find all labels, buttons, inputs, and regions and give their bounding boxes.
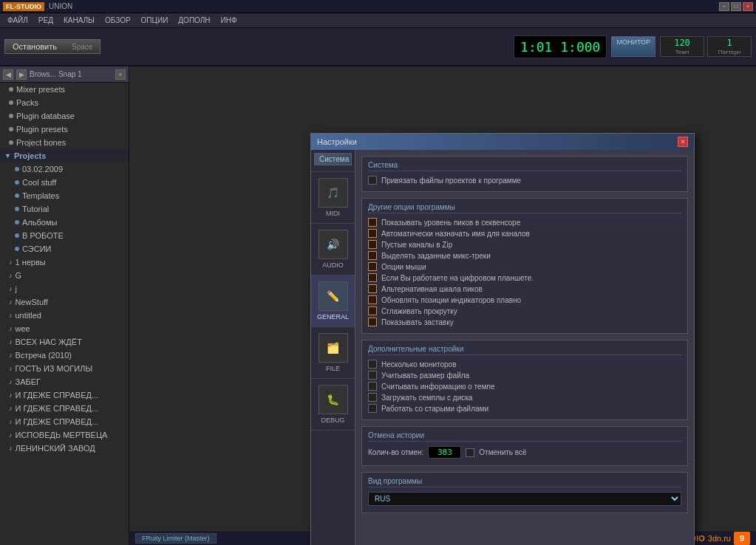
cb-mouse-options[interactable]: [368, 262, 377, 271]
row-peak-levels: Показывать уровень пиков в секвенсоре: [368, 218, 681, 227]
row-old-files: Работать со старыми файлами: [368, 404, 681, 413]
cb-multi-monitor[interactable]: [368, 360, 377, 369]
menu-file[interactable]: ФАЙЛ: [3, 15, 33, 26]
folder-icon: [9, 87, 13, 92]
sidebar-item-ispoved[interactable]: ♪ИСПОВЕДЬ МЕРТВЕЦА: [0, 428, 129, 442]
row-highlight-mix: Выделять заданные микс-треки: [368, 251, 681, 260]
sidebar-item-igdezhe2[interactable]: ♪И ГДЕЖЕ СПРАВЕД...: [0, 402, 129, 415]
tab-system[interactable]: Система: [314, 153, 352, 165]
history-settings-group: Отмена истории Колич-во отмен: 383 Отмен…: [361, 426, 688, 466]
sidebar-item-cool-stuff[interactable]: Cool stuff: [0, 176, 129, 189]
audio-icon: 🔊: [319, 230, 348, 259]
sidebar-item-templates[interactable]: Templates: [0, 189, 129, 202]
sidebar-item-albums[interactable]: Альбомы: [0, 216, 129, 229]
sidebar-close[interactable]: ×: [115, 69, 126, 80]
sidebar-item-tutorial[interactable]: Tutorial: [0, 202, 129, 216]
undo-count-label: Колич-во отмен:: [368, 448, 423, 456]
sidebar-item-igdezhe3[interactable]: ♪И ГДЕЖЕ СПРАВЕД...: [0, 415, 129, 428]
sidebar-item-untitled[interactable]: ♪untitled: [0, 309, 129, 322]
tab-debug[interactable]: 🐛 DEBUG: [311, 379, 355, 431]
stop-button[interactable]: Остановить Space: [4, 39, 101, 54]
sidebar-item-packs[interactable]: Packs: [0, 96, 129, 109]
sidebar-item-gost[interactable]: ♪ГОСТЬ ИЗ МОГИЛЫ: [0, 362, 129, 375]
sidebar-item-plugin-db[interactable]: Plugin database: [0, 109, 129, 123]
sidebar-item-newstuff[interactable]: ♪NewStuff: [0, 295, 129, 309]
sidebar-item-projects[interactable]: ▼Projects: [0, 149, 129, 162]
sidebar-item-vrobot[interactable]: В РОБОТЕ: [0, 229, 129, 242]
menu-channels[interactable]: КАНАЛЫ: [59, 15, 99, 26]
sidebar-item-g[interactable]: ♪G: [0, 269, 129, 282]
sidebar-item-mixer-presets[interactable]: Mixer presets: [0, 83, 129, 96]
row-tempo-info: Считывать информацию о темпе: [368, 382, 681, 391]
sidebar-item-plugin-presets[interactable]: Plugin presets: [0, 123, 129, 136]
row-load-samples: Загружать семплы с диска: [368, 393, 681, 402]
sidebar-item-date[interactable]: 03.02.2009: [0, 162, 129, 176]
cb-alt-scale[interactable]: [368, 284, 377, 293]
fruity-limiter-button[interactable]: FRuity Limiter (Master): [135, 533, 217, 544]
additional-settings-group: Дополнительные настройки Несколько монит…: [361, 340, 688, 420]
cb-peak-levels[interactable]: [368, 218, 377, 227]
title-controls: − □ ×: [719, 2, 753, 11]
transport-display: 1:01 1:000: [514, 35, 607, 58]
dialog-content: Система Привязать файлы проектов к прогр…: [355, 150, 694, 545]
folder-icon: [15, 193, 19, 198]
cb-auto-name[interactable]: [368, 229, 377, 238]
cb-old-files[interactable]: [368, 404, 377, 413]
settings-dialog: Настройки × Система 🎵 MIDI 🔊 AUD: [310, 133, 695, 545]
cb-smooth-scroll[interactable]: [368, 306, 377, 315]
sidebar-item-vsekh[interactable]: ♪ВСЕХ НАС ЖДЁТ: [0, 335, 129, 349]
menu-view[interactable]: ОБЗОР: [101, 15, 135, 26]
tab-file[interactable]: 🗂️ FILE: [311, 327, 355, 379]
sidebar-nav-left[interactable]: ◀: [3, 69, 13, 80]
version-label: 3dn.ru: [708, 534, 731, 543]
sidebar-item-leninsky[interactable]: ♪ЛЕНИНСКИЙ ЗАВОД: [0, 442, 129, 455]
cb-smooth-indicators[interactable]: [368, 295, 377, 304]
midi-icon: 🎵: [319, 178, 348, 208]
row-auto-name: Автоматически назначать имя для каналов: [368, 229, 681, 238]
cb-file-size[interactable]: [368, 371, 377, 380]
close-button[interactable]: ×: [743, 2, 753, 11]
maximize-button[interactable]: □: [731, 2, 741, 11]
language-select[interactable]: RUS ENG DEU FRA: [368, 492, 681, 506]
other-options-title: Другие опции программы: [368, 203, 681, 213]
sidebar-item-nervy[interactable]: ♪1 нервы: [0, 256, 129, 269]
minimize-button[interactable]: −: [719, 2, 729, 11]
fl-version-badge: 9: [734, 532, 750, 545]
folder-icon: [9, 114, 13, 118]
undo-count-input[interactable]: 383: [428, 446, 461, 459]
cb-highlight-mix[interactable]: [368, 251, 377, 260]
sidebar-item-sessions[interactable]: СЭСИИ: [0, 242, 129, 256]
tab-midi[interactable]: 🎵 MIDI: [311, 172, 355, 224]
dialog-body: Система 🎵 MIDI 🔊 AUDIO ✏️ GENERAL: [311, 150, 694, 545]
sidebar-item-vstrecha[interactable]: ♪Встреча (2010): [0, 349, 129, 362]
cb-undo-all[interactable]: [466, 448, 474, 457]
row-empty-channels: Пустые каналы в Zip: [368, 240, 681, 249]
sidebar-item-zabeg[interactable]: ♪ЗАБЕГ: [0, 375, 129, 388]
sidebar-item-igdezhe1[interactable]: ♪И ГДЕЖЕ СПРАВЕД...: [0, 388, 129, 402]
menu-extras[interactable]: ДОПОЛН: [174, 15, 214, 26]
dialog-close-button[interactable]: ×: [678, 137, 688, 147]
cb-tempo-info[interactable]: [368, 382, 377, 391]
row-undo-count: Колич-во отмен: 383 Отменить всё: [368, 446, 681, 459]
checkbox-bind-files[interactable]: [368, 176, 377, 185]
sidebar-item-j[interactable]: ♪j: [0, 282, 129, 295]
view-settings-group: Вид программы RUS ENG DEU FRA: [361, 472, 688, 513]
tab-general[interactable]: ✏️ GENERAL: [311, 275, 355, 327]
transport-area: Остановить Space 1:01 1:000 МОНИТОР 120 …: [0, 28, 756, 66]
tab-audio[interactable]: 🔊 AUDIO: [311, 224, 355, 275]
menu-options[interactable]: ОПЦИИ: [137, 15, 173, 26]
monitor-button[interactable]: МОНИТОР: [611, 36, 655, 57]
sidebar-item-wee[interactable]: ♪wee: [0, 322, 129, 335]
menu-help[interactable]: ИНФ: [217, 15, 242, 26]
cb-tablet[interactable]: [368, 273, 377, 282]
sidebar-items: Mixer presets Packs Plugin database Plug…: [0, 83, 129, 545]
sidebar-item-project-bones[interactable]: Project bones: [0, 136, 129, 149]
cb-empty-channels[interactable]: [368, 240, 377, 249]
sidebar-nav-right[interactable]: ▶: [16, 69, 27, 80]
folder-icon: [9, 140, 13, 145]
cb-splash[interactable]: [368, 318, 377, 326]
menu-edit[interactable]: РЕД: [34, 15, 58, 26]
settings-row-bind-files: Привязать файлы проектов к программе: [368, 176, 681, 185]
expand-icon: ▼: [4, 152, 11, 160]
cb-load-samples[interactable]: [368, 393, 377, 402]
